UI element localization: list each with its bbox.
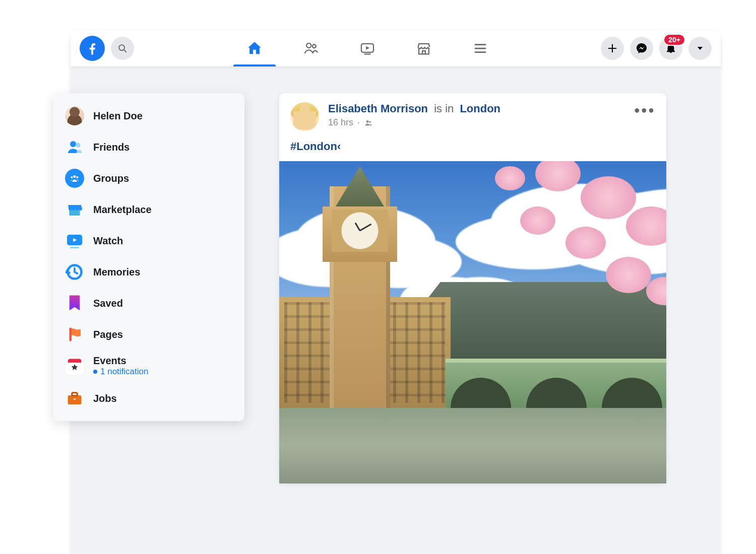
cloud-illustration: [491, 184, 666, 259]
caret-down-icon: [696, 44, 705, 53]
sidebar-item-label: Marketplace: [93, 204, 152, 216]
sidebar-item-watch[interactable]: Watch: [61, 225, 236, 256]
watch-icon: [65, 231, 84, 250]
messenger-icon: [636, 42, 648, 54]
sidebar-item-friends[interactable]: Friends: [61, 131, 236, 163]
create-button[interactable]: [601, 37, 624, 60]
tab-menu[interactable]: [452, 30, 509, 66]
facebook-logo[interactable]: [80, 36, 105, 61]
tab-home[interactable]: [226, 30, 283, 66]
sidebar-item-label: Events: [93, 355, 148, 367]
sidebar-item-label: Saved: [93, 298, 123, 309]
svg-point-13: [77, 176, 79, 178]
sidebar-item-label: Watch: [93, 235, 123, 247]
account-menu-button[interactable]: [688, 37, 712, 60]
profile-avatar-icon: [65, 106, 84, 125]
feed-post: Elisabeth Morrison is in London 16 hrs ·…: [279, 93, 666, 483]
people-icon: [302, 40, 320, 57]
jobs-icon: [65, 389, 84, 408]
chevron-left-icon: ‹: [337, 140, 341, 153]
svg-point-11: [74, 175, 76, 178]
post-header: Elisabeth Morrison is in London 16 hrs ·…: [279, 93, 666, 135]
svg-rect-17: [70, 328, 72, 341]
post-meta: 16 hrs ·: [328, 117, 500, 128]
search-button[interactable]: [111, 37, 134, 60]
sidebar-item-label: Groups: [93, 173, 129, 184]
plus-icon: [607, 43, 618, 54]
sidebar-item-label: Memories: [93, 266, 140, 278]
svg-point-24: [369, 121, 370, 122]
watch-tv-icon: [359, 40, 376, 57]
events-icon: [65, 356, 84, 375]
post-title: Elisabeth Morrison is in London: [328, 102, 500, 115]
home-icon: [246, 40, 263, 57]
notification-badge: 20+: [663, 34, 685, 46]
svg-point-0: [119, 45, 124, 50]
post-author-avatar[interactable]: [290, 102, 319, 131]
sidebar-item-label: Friends: [93, 142, 130, 153]
svg-point-3: [312, 44, 316, 48]
sidebar-item-pages[interactable]: Pages: [61, 319, 236, 350]
post-body: #London‹: [279, 135, 666, 161]
building-illustration: [415, 282, 666, 363]
sidebar-item-label: Helen Doe: [93, 110, 143, 122]
sidebar-item-label: Pages: [93, 329, 123, 340]
sidebar-item-notification: 1 notification: [93, 367, 148, 377]
notifications-button[interactable]: 20+: [659, 37, 682, 60]
post-hashtag[interactable]: #London‹: [290, 140, 341, 153]
friends-icon: [65, 137, 84, 157]
svg-line-1: [124, 50, 126, 52]
search-icon: [117, 43, 128, 54]
post-meta-sep: ·: [357, 117, 360, 128]
sidebar-item-label: Jobs: [93, 393, 117, 404]
svg-point-9: [70, 141, 76, 147]
svg-point-23: [366, 120, 369, 122]
sidebar-item-groups[interactable]: Groups: [61, 163, 236, 194]
bigben-clock-illustration: [332, 210, 388, 252]
post-author-link[interactable]: Elisabeth Morrison: [328, 102, 428, 115]
tab-friends[interactable]: [283, 30, 339, 66]
svg-rect-21: [72, 393, 78, 396]
svg-rect-15: [70, 247, 79, 248]
tab-watch[interactable]: [339, 30, 396, 66]
sidebar-item-profile[interactable]: Helen Doe: [61, 100, 236, 131]
sidebar-item-marketplace[interactable]: Marketplace: [61, 194, 236, 225]
messenger-button[interactable]: [630, 37, 653, 60]
post-place-link[interactable]: London: [460, 102, 500, 115]
groups-icon: [65, 169, 84, 188]
svg-point-2: [306, 43, 311, 48]
header-right: 20+: [601, 37, 712, 60]
post-image[interactable]: [279, 161, 666, 483]
sidebar-item-events[interactable]: Events 1 notification: [61, 350, 236, 383]
saved-icon: [65, 294, 84, 313]
svg-point-12: [71, 176, 73, 178]
marketplace-icon: [65, 200, 84, 219]
audience-friends-icon: [364, 118, 373, 127]
memories-icon: [65, 262, 84, 282]
storefront-icon: [415, 40, 432, 57]
pages-icon: [65, 325, 84, 344]
svg-point-10: [76, 143, 80, 148]
post-verb: is in: [434, 102, 454, 115]
river-illustration: [279, 408, 666, 483]
sidebar-item-jobs[interactable]: Jobs: [61, 383, 236, 414]
post-options-button[interactable]: ●●●: [634, 104, 655, 116]
sidebar-item-memories[interactable]: Memories: [61, 256, 236, 288]
svg-rect-22: [74, 398, 76, 400]
post-time: 16 hrs: [328, 117, 353, 128]
top-header: 20+: [71, 30, 721, 66]
tab-marketplace[interactable]: [396, 30, 452, 66]
ellipsis-icon: ●●●: [634, 104, 655, 115]
left-sidebar: Helen Doe Friends Groups Marketplace Wat…: [53, 93, 244, 421]
sidebar-item-saved[interactable]: Saved: [61, 288, 236, 319]
nav-center: [134, 30, 601, 66]
hamburger-icon: [473, 41, 488, 56]
f-logo-icon: [85, 41, 100, 56]
